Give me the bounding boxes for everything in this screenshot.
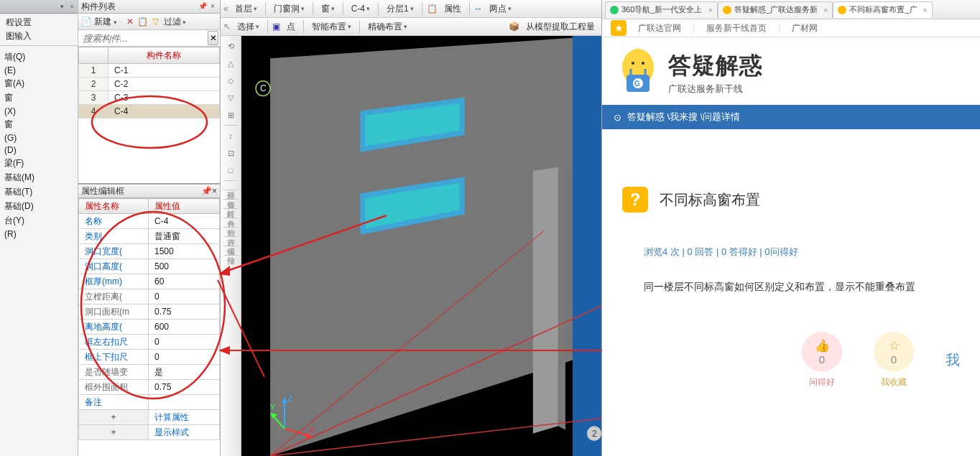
search-clear-button[interactable]: ✕ [208,31,218,45]
property-row[interactable]: 类别普通窗 [79,229,220,244]
outline-item[interactable]: 窗 [4,92,73,104]
precise-layout[interactable]: 精确布置 [364,19,411,34]
close-icon[interactable]: × [823,6,828,14]
cfg-line[interactable]: 图输入 [6,30,75,42]
property-button[interactable]: 属性 [440,1,465,16]
vertical-toolbar: ⟲ △ ◇ ▽ ⊞ ↕ ⊡ □ 延伸修剪打断合并分割对齐偏移拉伸 [221,36,241,456]
property-row[interactable]: 框厚(mm)60 [79,274,220,289]
outline-item[interactable]: 窗(A) [4,78,73,90]
table-row[interactable]: 1C-1 [79,64,220,78]
outline-item[interactable]: 墙(Q) [4,51,73,63]
outline-item[interactable]: (E) [4,65,73,75]
layer-select[interactable]: 分层1 [383,1,417,16]
vtool-icon[interactable]: □ [222,162,239,179]
property-row[interactable]: 是否随墙变是 [79,365,220,380]
property-row[interactable]: 框外围面积0.75 [79,380,220,395]
outline-item[interactable]: 基础(D) [4,200,73,213]
close-icon[interactable]: × [212,186,217,196]
outline-item[interactable]: (D) [4,145,73,155]
item-select[interactable]: C-4 [348,1,374,16]
favorite-button[interactable]: ☆0 我收藏 [874,332,914,388]
point-tool[interactable]: 点 [283,19,299,34]
filter-button[interactable]: 过滤 [164,16,187,28]
outline-item[interactable]: (G) [4,133,73,143]
table-row[interactable]: 3C-3 [79,91,220,105]
type-select[interactable]: 窗 [318,1,338,16]
vtool-action[interactable]: 延伸 [226,182,236,188]
property-row[interactable]: 框左右扣尺0 [79,335,220,350]
vtool-action[interactable]: 打断 [226,201,236,207]
svg-point-31 [632,62,634,65]
close-icon[interactable]: × [208,2,217,11]
thumb-icon: 👍 [815,338,830,353]
vtool-action[interactable]: 分割 [226,220,236,225]
property-row[interactable]: 名称C-4 [79,214,220,229]
floor-select[interactable]: 首层 [231,1,261,16]
3d-viewport[interactable]: C 2 Z X Y [241,36,601,456]
like-button[interactable]: 👍0 问得好 [802,332,842,388]
star-icon[interactable]: ★ [611,20,627,36]
browser-tab[interactable]: 答疑解惑_广联达服务新× [718,1,833,18]
star-icon: ☆ [889,338,900,353]
vtool-action[interactable]: 拉伸 [226,248,236,253]
select-tool[interactable]: 选择 [234,19,263,34]
outline-panel: ▾× 程设置 图输入 墙(Q)(E)窗(A)窗(X)窗(G)(D)梁(F)基础(… [0,0,78,456]
breadcrumb[interactable]: ⊙ 答疑解惑 \我来搜 \问题详情 [602,105,980,129]
outline-item[interactable]: (X) [4,106,73,116]
extract-button[interactable]: 从模型提取工程量 [522,19,598,34]
vtool-icon[interactable]: ⊞ [222,106,239,124]
property-row[interactable]: 立樘距离(0 [79,289,220,304]
col-name[interactable]: 构件名称 [108,47,220,64]
vtool-icon[interactable]: ⊡ [222,144,239,162]
cfg-line[interactable]: 程设置 [6,17,75,29]
outline-item[interactable]: 台(Y) [4,215,73,227]
table-row[interactable]: 4C-4 [79,105,220,118]
vtool-action[interactable]: 偏移 [226,238,236,244]
expand-display[interactable]: 显示样式 [149,425,220,440]
property-row[interactable]: 洞口面积(m0.75 [79,304,220,320]
browser-tab[interactable]: 不同标高窗布置_广× [833,1,933,18]
vtool-action[interactable]: 修剪 [226,192,236,197]
vtool-action[interactable]: 合并 [226,210,236,216]
vtool-icon[interactable]: ↕ [222,127,239,144]
close-icon[interactable]: × [68,2,76,11]
vtool-icon[interactable]: ◇ [222,72,239,89]
outline-item[interactable]: (R) [4,229,73,239]
table-row[interactable]: 2C-2 [79,78,220,91]
search-input[interactable] [80,32,208,45]
pin-icon[interactable]: ▾ [57,2,66,11]
outline-item[interactable]: 窗 [4,118,73,131]
filter-icon[interactable]: ▽ [151,17,161,27]
new-icon[interactable]: 📄 [81,17,91,27]
browser-tab[interactable]: 360导航_新一代安全上× [605,1,718,18]
pin-icon[interactable]: 📌 [198,2,207,11]
property-table[interactable]: 属性名称属性值 名称C-4类别普通窗洞口宽度(1500洞口高度(500框厚(mm… [78,198,220,440]
fav-link[interactable]: 广联达官网 [638,22,681,34]
vtool-icon[interactable]: ⟲ [222,37,239,55]
outline-item[interactable]: 基础(M) [4,172,73,184]
expand-calc[interactable]: 计算属性 [149,410,220,425]
copy-icon[interactable]: 📋 [138,17,148,27]
more-action[interactable]: 我 [946,350,960,370]
property-row[interactable]: 洞口高度(500 [79,259,220,274]
vtool-action[interactable]: 对齐 [226,229,236,235]
new-button[interactable]: 新建 [94,16,117,28]
property-row[interactable]: 离地高度(600 [79,320,220,335]
close-icon[interactable]: × [708,6,712,14]
property-row[interactable]: 洞口宽度(1500 [79,244,220,259]
close-icon[interactable]: × [923,6,928,14]
fav-link[interactable]: 广材网 [792,22,818,34]
delete-icon[interactable]: ✕ [125,17,135,27]
property-row[interactable]: 框上下扣尺0 [79,350,220,365]
outline-item[interactable]: 梁(F) [4,157,73,169]
outline-item[interactable]: 基础(T) [4,186,73,198]
component-table[interactable]: 构件名称 1C-12C-23C-34C-4 [78,47,220,118]
vtool-icon[interactable]: ▽ [222,89,239,106]
smart-layout[interactable]: 智能布置 [308,19,355,34]
fav-link[interactable]: 服务新干线首页 [706,22,767,34]
pin-icon[interactable]: 📌 [201,186,212,196]
group-select[interactable]: 门窗洞 [270,1,308,16]
property-row[interactable]: 备注 [79,395,220,410]
points-button[interactable]: 两点 [486,1,515,16]
vtool-icon[interactable]: △ [222,55,239,72]
